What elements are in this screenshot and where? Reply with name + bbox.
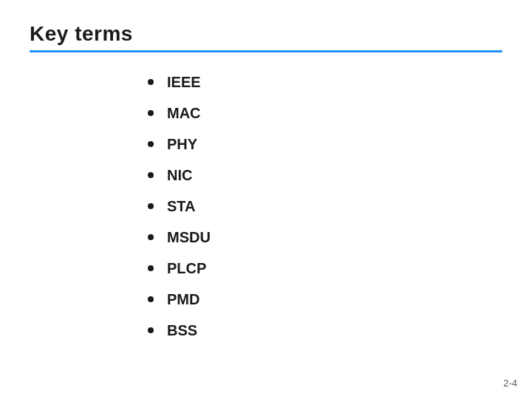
list-item: MSDU <box>148 228 502 246</box>
bullet-item-label: PMD <box>167 290 200 308</box>
bullet-item-label: PHY <box>167 135 197 153</box>
slide-container: Key terms IEEEMACPHYNICSTAMSDUPLCPPMDBSS… <box>0 0 532 399</box>
slide-title: Key terms <box>30 22 502 46</box>
bullet-item-label: MAC <box>167 104 201 122</box>
list-item: PMD <box>148 290 502 308</box>
title-section: Key terms <box>30 22 502 52</box>
bullet-item-label: BSS <box>167 321 197 339</box>
bullet-item-label: PLCP <box>167 259 206 277</box>
bullet-dot-icon <box>148 141 154 147</box>
title-underline <box>30 50 502 52</box>
list-item: BSS <box>148 321 502 339</box>
bullet-dot-icon <box>148 110 154 116</box>
bullet-dot-icon <box>148 265 154 271</box>
list-item: NIC <box>148 166 502 184</box>
list-item: PLCP <box>148 259 502 277</box>
bullet-item-label: STA <box>167 197 196 215</box>
list-item: IEEE <box>148 73 502 91</box>
bullet-dot-icon <box>148 203 154 209</box>
list-item: STA <box>148 197 502 215</box>
list-item: PHY <box>148 135 502 153</box>
bullet-dot-icon <box>148 79 154 85</box>
bullet-item-label: IEEE <box>167 73 201 91</box>
slide-number: 2-4 <box>503 378 517 389</box>
content-section: IEEEMACPHYNICSTAMSDUPLCPPMDBSS <box>148 73 502 339</box>
bullet-dot-icon <box>148 234 154 240</box>
bullet-item-label: NIC <box>167 166 192 184</box>
list-item: MAC <box>148 104 502 122</box>
bullet-list: IEEEMACPHYNICSTAMSDUPLCPPMDBSS <box>148 73 502 339</box>
bullet-dot-icon <box>148 172 154 178</box>
bullet-item-label: MSDU <box>167 228 211 246</box>
bullet-dot-icon <box>148 327 154 333</box>
bullet-dot-icon <box>148 296 154 302</box>
